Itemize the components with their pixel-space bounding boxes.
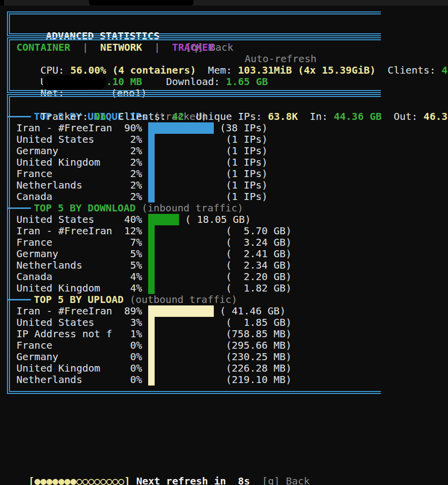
chart-row: Iran - #FreeIran 12%( 5.70 GB) — [16, 225, 444, 237]
tab-bar-gap — [89, 0, 193, 5]
section-header: TOP 5 BY UPLOAD(outbound traffic) — [34, 294, 237, 305]
chart-row-value: ( 2.41 GB) — [226, 248, 291, 260]
chart-row: United States 40%( 18.05 GB) — [16, 214, 444, 225]
chart-row: Germany 0%(230.25 MB) — [16, 351, 444, 363]
chart-bar — [148, 145, 155, 157]
chart-row-label: United States 40% — [16, 213, 142, 225]
status-bar: [●●●●●●●○○○○○○○○] Next refresh in 8s [q]… — [4, 464, 310, 485]
chart-row: France 2%(1 IPs) — [16, 168, 444, 180]
tracker-line: Tracker: On Clients: 42 Unique IPs: 63.8… — [16, 99, 448, 134]
chart-row-value: ( 41.46 GB) — [220, 305, 285, 317]
download-label: Download: — [142, 76, 226, 88]
chart-row-label: Germany 5% — [16, 248, 142, 260]
section-connector-line — [7, 116, 31, 117]
chart-row-label: United Kingdom 0% — [16, 362, 142, 374]
chart-bar — [148, 305, 214, 317]
out-value: 46.34 GB — [424, 110, 448, 122]
clients-label: Clients: — [376, 64, 442, 76]
redacted-net-value — [43, 74, 106, 90]
chart-row-value: ( 2.20 GB) — [226, 271, 291, 283]
chart-bar — [148, 248, 155, 260]
terminal-tab-bar — [0, 0, 448, 5]
tab-network[interactable]: NETWORK — [100, 41, 142, 53]
chart-row-label: United Kingdom 2% — [16, 156, 142, 168]
view-tabs: CONTAINER | NETWORK | TRACKER — [16, 42, 214, 53]
chart-bar — [148, 328, 155, 340]
chart-row-value: (219.10 MB) — [226, 374, 291, 386]
chart-row: France 0%(295.66 MB) — [16, 340, 444, 351]
chart-row: Netherlands 5%( 2.34 GB) — [16, 260, 444, 271]
tab-bar-notch — [0, 0, 4, 5]
chart-row-value: (230.25 MB) — [226, 351, 291, 363]
chart-row-value: ( 5.70 GB) — [226, 225, 291, 237]
chart-row-label: United States 2% — [16, 133, 142, 145]
chart-row-value: ( 1.82 GB) — [226, 283, 291, 294]
chart-row-label: Iran - #FreeIran 12% — [16, 225, 142, 237]
chart-row: Germany 2%(1 IPs) — [16, 145, 444, 157]
chart-bar — [148, 191, 155, 202]
terminal-screen: ADVANCED STATISTICS [q] Back Auto-refres… — [0, 0, 448, 485]
chart-row-label: Iran - #FreeIran 89% — [16, 305, 142, 317]
tracker-clients-label: Clients: — [106, 110, 172, 122]
chart-row: Canada 2%(1 IPs) — [16, 191, 444, 202]
chart-row-value: (1 IPs) — [226, 145, 268, 157]
chart-row-value: (1 IPs) — [226, 180, 268, 191]
chart-bar — [148, 214, 179, 225]
chart-row-label: Netherlands 5% — [16, 259, 142, 271]
status-back-hint: [q] Back — [250, 475, 310, 485]
chart-bar — [148, 363, 155, 374]
chart-row-label: Canada 2% — [16, 191, 142, 202]
refresh-label: Next refresh in — [130, 475, 232, 485]
chart-row-label: France 7% — [16, 236, 142, 248]
chart-row: Netherlands 2%(1 IPs) — [16, 180, 444, 191]
section-connector-line — [7, 207, 31, 209]
tab-container[interactable]: CONTAINER — [16, 41, 70, 53]
chart-row: Iran - #FreeIran 89%( 41.46 GB) — [16, 305, 444, 317]
chart-bar — [148, 157, 155, 168]
chart-row-label: France 0% — [16, 339, 142, 351]
chart-bar — [148, 225, 155, 237]
tab-separator: | — [142, 41, 172, 53]
chart-row-value: (226.28 MB) — [226, 363, 291, 374]
tracker-label: Tracker: — [40, 110, 94, 122]
chart-row: United States 2%(1 IPs) — [16, 134, 444, 145]
chart-bar — [148, 260, 155, 271]
tab-tracker[interactable]: TRACKER — [172, 41, 214, 53]
chart-row-value: ( 18.05 GB) — [185, 214, 251, 225]
section-header: TOP 5 BY DOWNLOAD(inbound traffic) — [34, 202, 243, 214]
chart-bar — [148, 374, 155, 386]
chart-bar — [148, 340, 155, 351]
chart-row-label: Germany 0% — [16, 351, 142, 363]
tab-separator: | — [70, 41, 100, 53]
unique-ips-label: Unique IPs: — [184, 110, 268, 122]
chart-row-label: Netherlands 0% — [16, 374, 142, 386]
section-connector-line — [7, 299, 31, 300]
chart-bar — [148, 351, 155, 363]
chart-row-value: ( 1.85 GB) — [226, 317, 291, 328]
chart-row: Netherlands 0%(219.10 MB) — [16, 374, 444, 386]
download-value: 1.65 GB — [226, 76, 268, 88]
chart-row: France 7%( 3.24 GB) — [16, 237, 444, 248]
chart-row-label: Canada 4% — [16, 271, 142, 283]
section-subtitle: (inbound traffic) — [136, 202, 244, 214]
chart-row-label: Netherlands 2% — [16, 179, 142, 191]
chart-row-value: (1 IPs) — [226, 191, 268, 202]
in-label: In: — [298, 110, 334, 122]
refresh-seconds: 8s — [232, 475, 250, 485]
chart-row: United Kingdom 0%(226.28 MB) — [16, 363, 444, 374]
chart-row: United States 3%( 1.85 GB) — [16, 317, 444, 328]
in-value: 44.36 GB — [334, 110, 381, 122]
tracker-status: On — [94, 110, 106, 122]
chart-row-label: Germany 2% — [16, 145, 142, 157]
chart-row-value: (1 IPs) — [226, 168, 268, 180]
chart-row-value: ( 3.24 GB) — [226, 237, 291, 248]
chart-row-value: (295.66 MB) — [226, 340, 291, 351]
chart-bar — [148, 134, 155, 145]
chart-bar — [148, 317, 155, 328]
chart-row: IP Address not f 1%(758.85 MB) — [16, 328, 444, 340]
chart-bar — [148, 168, 155, 180]
chart-row: Germany 5%( 2.41 GB) — [16, 248, 444, 260]
refresh-progress: [●●●●●●●○○○○○○○○] — [28, 475, 130, 485]
chart-row: Canada 4%( 2.20 GB) — [16, 271, 444, 283]
out-label: Out: — [382, 110, 424, 122]
